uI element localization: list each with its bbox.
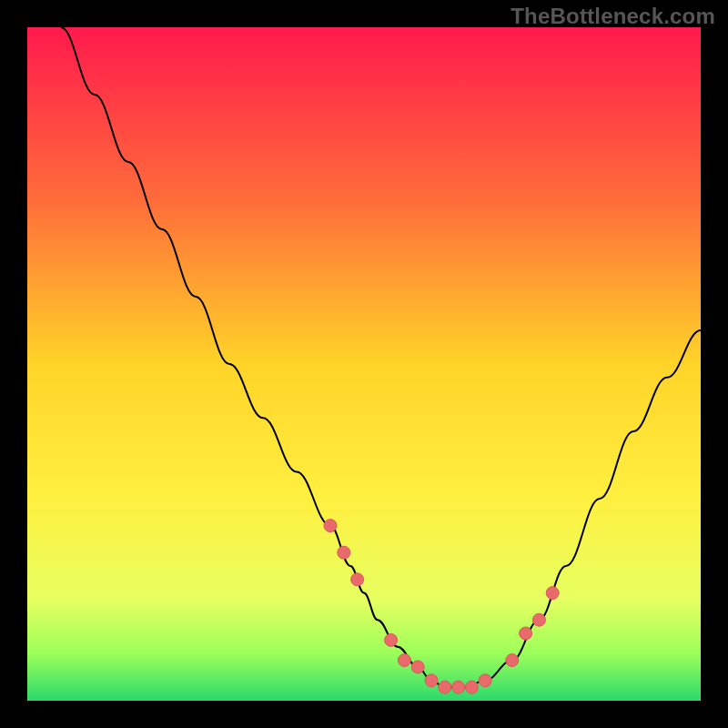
gradient-plot xyxy=(27,27,701,701)
data-marker xyxy=(532,613,545,626)
data-marker xyxy=(324,520,337,532)
data-marker xyxy=(411,661,424,673)
data-marker xyxy=(351,573,364,586)
data-marker xyxy=(425,674,438,687)
data-marker xyxy=(520,627,532,640)
data-marker xyxy=(452,681,465,693)
data-marker xyxy=(479,674,491,687)
watermark-label: TheBottleneck.com xyxy=(511,4,715,29)
plot-svg xyxy=(27,27,701,701)
data-marker xyxy=(506,654,519,667)
data-marker xyxy=(338,546,350,559)
data-marker xyxy=(385,633,398,646)
data-marker xyxy=(398,654,410,667)
gradient-background xyxy=(27,27,701,701)
data-marker xyxy=(465,681,478,693)
data-marker xyxy=(546,587,559,600)
data-marker xyxy=(439,681,451,693)
chart-frame: TheBottleneck.com xyxy=(0,0,728,728)
